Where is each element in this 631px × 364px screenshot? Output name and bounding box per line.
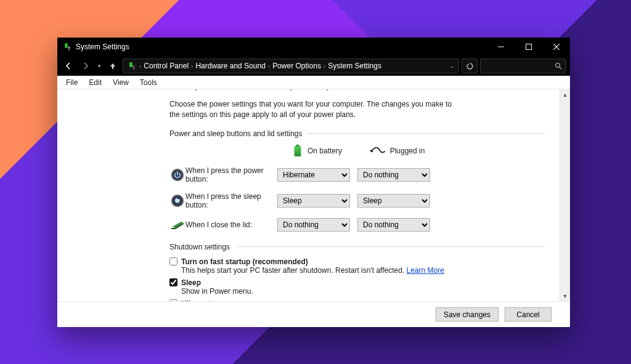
fast-startup-title: Turn on fast startup (recommended) xyxy=(181,257,308,266)
learn-more-link[interactable]: Learn More xyxy=(407,266,444,275)
scroll-down-button[interactable]: ▼ xyxy=(560,291,570,301)
row-sleep-button: When I press the sleep button: Do nothin… xyxy=(169,192,545,209)
maximize-button[interactable] xyxy=(515,38,542,56)
svg-point-10 xyxy=(556,63,560,68)
address-bar: ▾ › Control Panel › Hardware and Sound ›… xyxy=(57,56,570,76)
power-button-plugged-combo[interactable]: Do nothingSleepHibernateShut downTurn of… xyxy=(357,168,430,182)
row-power-label: When I press the power button: xyxy=(185,166,277,184)
menu-edit[interactable]: Edit xyxy=(84,77,107,88)
lid-plugged-combo[interactable]: Do nothingSleepHibernateShut downTurn of… xyxy=(357,218,430,232)
address-box[interactable]: › Control Panel › Hardware and Sound › P… xyxy=(123,59,459,73)
sleep-title: Sleep xyxy=(181,278,201,287)
titlebar-left: System Settings xyxy=(62,42,129,52)
column-headers: On battery Plugged in xyxy=(169,144,545,158)
chevron-down-icon[interactable]: ⌄ xyxy=(450,63,455,69)
minimize-button[interactable] xyxy=(487,38,515,56)
vertical-scrollbar[interactable]: ▲ ▼ xyxy=(560,89,570,301)
refresh-button[interactable] xyxy=(462,59,478,73)
col-plugged-in: Plugged in xyxy=(390,147,425,155)
power-button-battery-combo[interactable]: Do nothingSleepHibernateShut downTurn of… xyxy=(277,168,350,182)
menu-view[interactable]: View xyxy=(108,77,134,88)
search-icon xyxy=(555,62,562,70)
row-lid-label: When I close the lid: xyxy=(185,220,277,229)
hibernate-checkbox-row[interactable]: Hibernate xyxy=(169,299,545,301)
page-heading-truncated: Define power buttons and turn on passwor… xyxy=(169,89,545,92)
laptop-lid-icon xyxy=(170,219,185,230)
window-controls xyxy=(487,38,570,56)
section-shutdown: Shutdown settings xyxy=(169,243,545,251)
svg-rect-8 xyxy=(129,62,132,67)
shutdown-hibernate: Hibernate Show in Power menu. xyxy=(169,299,545,301)
power-options-icon xyxy=(62,42,72,52)
sleep-button-battery-combo[interactable]: Do nothingSleepHibernateShut downTurn of… xyxy=(277,194,350,208)
lid-battery-combo[interactable]: Do nothingSleepHibernateShut downTurn of… xyxy=(277,218,350,232)
page-description: Choose the power settings that you want … xyxy=(169,99,453,121)
menu-tools[interactable]: Tools xyxy=(135,77,162,88)
breadcrumb-control-panel[interactable]: Control Panel xyxy=(144,62,189,70)
hibernate-checkbox[interactable] xyxy=(169,299,177,301)
breadcrumb-hardware-and-sound[interactable]: Hardware and Sound xyxy=(195,62,265,70)
recent-locations-button[interactable]: ▾ xyxy=(96,59,103,73)
window-title: System Settings xyxy=(76,42,129,51)
svg-rect-13 xyxy=(294,146,301,156)
cancel-button[interactable]: Cancel xyxy=(505,307,552,322)
save-changes-button[interactable]: Save changes xyxy=(436,307,499,322)
up-button[interactable] xyxy=(105,59,120,73)
menu-file[interactable]: File xyxy=(61,77,83,88)
row-sleep-label: When I press the sleep button: xyxy=(185,192,277,209)
svg-rect-9 xyxy=(132,65,135,70)
plug-icon xyxy=(370,146,385,156)
svg-rect-3 xyxy=(68,47,70,48)
section-power-sleep: Power and sleep buttons and lid settings xyxy=(169,129,545,138)
shutdown-sleep: Sleep Show in Power menu. xyxy=(169,278,545,296)
fast-startup-checkbox-row[interactable]: Turn on fast startup (recommended) xyxy=(169,257,545,266)
desktop-wallpaper: System Settings ▾ › Control Panel › xyxy=(0,0,631,364)
sleep-checkbox-row[interactable]: Sleep xyxy=(169,278,545,287)
svg-rect-5 xyxy=(526,44,531,50)
power-options-icon xyxy=(127,61,137,71)
sleep-button-plugged-combo[interactable]: Do nothingSleepHibernateShut downTurn of… xyxy=(357,194,430,208)
svg-rect-14 xyxy=(370,150,373,152)
battery-icon xyxy=(293,144,303,158)
divider xyxy=(307,133,545,134)
sleep-sub: Show in Power menu. xyxy=(181,287,545,296)
shutdown-fast-startup: Turn on fast startup (recommended) This … xyxy=(169,257,545,275)
svg-rect-12 xyxy=(296,145,299,146)
titlebar[interactable]: System Settings xyxy=(57,38,570,56)
search-input[interactable] xyxy=(480,59,566,73)
row-close-lid: When I close the lid: Do nothingSleepHib… xyxy=(169,218,545,232)
scroll-up-button[interactable]: ▲ xyxy=(560,89,570,100)
forward-button[interactable] xyxy=(78,59,93,73)
hibernate-title: Hibernate xyxy=(181,299,215,301)
sleep-checkbox[interactable] xyxy=(169,278,177,286)
close-button[interactable] xyxy=(542,38,570,56)
footer-buttons: Save changes Cancel xyxy=(57,301,570,327)
fast-startup-sub: This helps start your PC faster after sh… xyxy=(181,266,545,275)
content-area: Define power buttons and turn on passwor… xyxy=(57,89,560,301)
divider xyxy=(235,246,545,247)
fast-startup-checkbox[interactable] xyxy=(169,257,177,265)
power-button-icon xyxy=(171,168,184,182)
col-on-battery: On battery xyxy=(307,147,342,155)
section-power-sleep-label: Power and sleep buttons and lid settings xyxy=(169,129,302,138)
menu-bar: File Edit View Tools xyxy=(57,76,570,89)
system-settings-window: System Settings ▾ › Control Panel › xyxy=(57,38,570,327)
breadcrumb-power-options[interactable]: Power Options xyxy=(272,62,321,70)
back-button[interactable] xyxy=(61,59,76,73)
svg-line-11 xyxy=(560,67,561,69)
row-power-button: When I press the power button: Do nothin… xyxy=(169,166,545,184)
sleep-button-icon xyxy=(171,194,184,208)
svg-rect-2 xyxy=(68,46,70,51)
breadcrumb-system-settings[interactable]: System Settings xyxy=(328,62,381,70)
section-shutdown-label: Shutdown settings xyxy=(169,243,230,251)
